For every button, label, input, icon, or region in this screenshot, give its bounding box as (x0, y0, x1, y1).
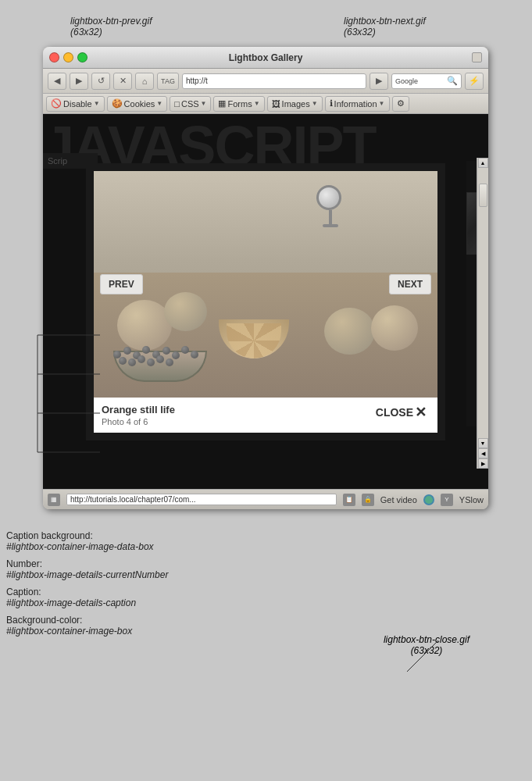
berry (128, 358, 136, 366)
status-action-icon: 📋 (343, 494, 355, 506)
berry (119, 357, 127, 365)
back-button[interactable]: ◀ (48, 73, 66, 90)
caption-area: Orange still life Photo 4 of 6 (102, 404, 373, 426)
mirror-base (323, 224, 338, 227)
refresh-button[interactable]: ↺ (91, 73, 110, 90)
maximize-button[interactable] (77, 52, 87, 62)
caption-bg-ref: #lightbox-container-image-data-box (6, 541, 154, 552)
browser-toolbar: 🚫 Disable ▼ 🍪 Cookies ▼ □ CSS ▼ ▦ Forms … (43, 94, 488, 114)
berry (191, 351, 198, 358)
mirror-head (316, 185, 341, 210)
close-gif-annotation: lightbox-btn-close.gif (63x32) (384, 634, 470, 656)
get-video-label: Get video (380, 495, 417, 505)
toolbar-cookies[interactable]: 🍪 Cookies ▼ (107, 96, 168, 112)
bg-color-label: Background-color: (6, 615, 82, 626)
berry (172, 351, 180, 359)
prev-gif-size: (63x32) (70, 27, 102, 37)
lightbox-overlay: PREV NEXT Orange still life Photo 4 of 6… (43, 114, 488, 489)
scrollbar[interactable]: ▲ ▼ ◀ ▶ (477, 158, 488, 469)
berry (142, 346, 150, 354)
title-bar-right-control[interactable] (472, 52, 482, 62)
toolbar-information[interactable]: ℹ Information ▼ (325, 96, 390, 112)
berry (147, 358, 155, 366)
close-gif-size: (63x32) (411, 645, 443, 656)
forward-button[interactable]: ▶ (70, 73, 88, 90)
berry (181, 346, 189, 354)
berry (137, 355, 145, 363)
status-lock-icon: 🔒 (362, 494, 374, 506)
scene-background (94, 171, 437, 398)
search-icon[interactable]: 🔍 (447, 76, 458, 86)
address-text: http://t (186, 77, 208, 85)
lightbox-prev-button[interactable]: PREV (100, 274, 143, 294)
settings-button[interactable]: ⚡ (465, 73, 484, 90)
lightbox-image-details-currentnumber: Photo 4 of 6 (102, 417, 373, 426)
toolbar-forms[interactable]: ▦ Forms ▼ (213, 96, 264, 112)
berry (156, 355, 164, 363)
berries (109, 344, 211, 368)
lightbox-next-button[interactable]: NEXT (389, 274, 431, 294)
information-label: Information (334, 99, 377, 109)
orange-4 (371, 305, 418, 351)
browser-window: Lightbox Gallery ◀ ▶ ↺ ✕ ⌂ TAG http://t … (43, 47, 488, 509)
forms-arrow: ▼ (254, 100, 260, 107)
information-arrow: ▼ (379, 100, 385, 107)
search-bar[interactable]: Google 🔍 (391, 73, 462, 89)
number-annotation: Number: #lightbox-image-details-currentN… (6, 558, 168, 580)
search-placeholder: Google (395, 77, 418, 85)
close-window-button[interactable] (49, 52, 59, 62)
orange-2 (164, 292, 207, 331)
css-arrow: ▼ (201, 100, 207, 107)
images-arrow: ▼ (312, 100, 318, 107)
next-gif-annotation: lightbox-btn-next.gif (63x32) (344, 16, 426, 37)
page-content: JAVASCRIPT Scrip (43, 114, 488, 489)
berry (162, 347, 170, 355)
prev-gif-label: lightbox-btn-prev.gif (70, 16, 152, 27)
title-bar: Lightbox Gallery (43, 47, 488, 69)
css-label: CSS (181, 99, 199, 109)
caption-label: Caption: (6, 587, 41, 597)
lightbox-close-button[interactable]: CLOSE ✕ (373, 404, 430, 421)
bg-color-ref: #lightbox-container-image-box (6, 626, 132, 637)
bg-color-annotation: Background-color: #lightbox-container-im… (6, 615, 168, 637)
stop-button[interactable]: ✕ (113, 73, 132, 90)
bookmark-button[interactable]: TAG (157, 73, 179, 90)
caption-bg-label: Caption background: (6, 530, 93, 541)
mirror-stem (329, 210, 332, 224)
yslow-button[interactable]: YSlow (459, 495, 484, 505)
scroll-right-button[interactable]: ▶ (478, 458, 488, 469)
scroll-down-button[interactable]: ▼ (478, 438, 488, 448)
close-x-icon: ✕ (415, 404, 427, 421)
toolbar-extra[interactable]: ⚙ (392, 96, 409, 112)
scroll-track (478, 168, 488, 438)
window-title: Lightbox Gallery (229, 52, 303, 63)
cookies-arrow: ▼ (156, 100, 162, 107)
home-button[interactable]: ⌂ (135, 73, 154, 90)
caption-bg-annotation: Caption background: #lightbox-container-… (6, 530, 168, 552)
next-gif-label: lightbox-btn-next.gif (344, 16, 426, 27)
go-button[interactable]: ▶ (370, 73, 388, 90)
toolbar-images[interactable]: 🖼 Images ▼ (267, 96, 323, 112)
scroll-thumb[interactable] (479, 184, 487, 207)
status-progress-indicator (423, 494, 434, 505)
lightbox-image-details-caption: Orange still life (102, 404, 373, 415)
close-gif-label: lightbox-btn-close.gif (384, 634, 470, 645)
number-ref: #lightbox-image-details-currentNumber (6, 569, 168, 580)
yslow-label: YSlow (459, 495, 484, 505)
lightbox-container-image-box: PREV NEXT Orange still life Photo 4 of 6… (86, 163, 445, 440)
toolbar-css[interactable]: □ CSS ▼ (170, 96, 211, 112)
address-bar[interactable]: http://t (182, 73, 366, 89)
cookies-label: Cookies (124, 99, 155, 109)
toolbar-disable[interactable]: 🚫 Disable ▼ (46, 96, 105, 112)
images-label: Images (282, 99, 310, 109)
yslow-icon: Y (441, 494, 453, 506)
caption-ref: #lightbox-image-details-caption (6, 597, 136, 608)
scroll-up-button[interactable]: ▲ (478, 158, 488, 168)
orange-1 (117, 300, 172, 351)
caption-annotation: Caption: #lightbox-image-details-caption (6, 587, 168, 608)
next-gif-size: (63x32) (344, 27, 376, 37)
scroll-left-button[interactable]: ◀ (478, 448, 488, 458)
berry (123, 347, 131, 355)
get-video-button[interactable]: Get video (380, 495, 417, 505)
minimize-button[interactable] (63, 52, 73, 62)
